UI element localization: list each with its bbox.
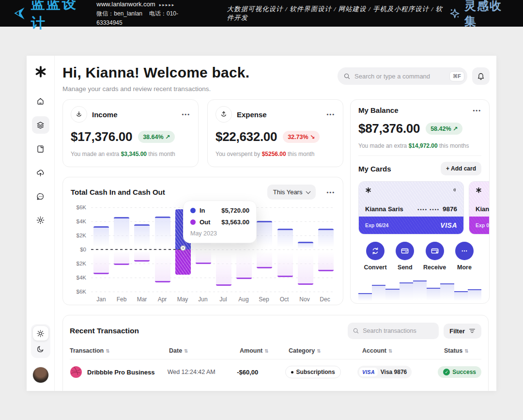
receive-icon [430, 246, 440, 256]
dashboard: Hi, Kianna! Welcome back. Manage your ca… [27, 56, 496, 391]
mini-bar-26[interactable] [454, 291, 468, 302]
column-header-category[interactable]: Category⇅ [289, 347, 362, 354]
mini-bar-22[interactable] [400, 282, 413, 302]
bar-in-Sep[interactable] [257, 221, 272, 249]
bar-out-Feb[interactable] [114, 249, 129, 265]
sidebar-item-cloud-upload[interactable] [32, 164, 49, 181]
banner-wechat: 微信：ben_lanlan [96, 10, 142, 17]
sidebar-item-settings[interactable] [32, 211, 49, 229]
theme-light-button[interactable] [33, 326, 48, 341]
more-button[interactable]: More [450, 242, 478, 271]
y-tick: $6K [77, 289, 86, 295]
bar-in-Jan[interactable] [93, 226, 109, 249]
bar-in-Oct[interactable] [277, 229, 293, 250]
bell-icon [477, 72, 485, 80]
theme-toggle [31, 324, 50, 358]
credit-card[interactable]: Kianna Saris •••• •••• 9876 Exp 06/24 VI… [358, 181, 464, 234]
bar-out-Jan[interactable] [93, 249, 109, 274]
column-header-amount[interactable]: Amount⇅ [240, 347, 289, 354]
mini-bar-23[interactable] [413, 280, 427, 302]
sparkle-icon [449, 7, 461, 20]
income-icon [71, 106, 87, 123]
promo-banner: 蓝蓝设计 www.lanlanwork.com▸▸▸▸▸ 微信：ben_lanl… [0, 0, 523, 27]
income-card: Income ••• $17,376.00 38.64% ↗ You made … [62, 99, 199, 167]
column-header-account[interactable]: Account⇅ [362, 347, 444, 354]
expense-menu-button[interactable]: ••• [326, 111, 335, 117]
expense-card: Expense ••• $22,632.00 32.73% ↘ You over… [207, 99, 343, 167]
cards-carousel[interactable]: Kianna Saris •••• •••• 9876 Exp 06/24 VI… [358, 181, 489, 234]
balance-card: My Balance ••• $87,376.00 58.42% ↗ You m… [350, 99, 490, 304]
y-tick: $6K [77, 204, 86, 210]
bar-out-Dec[interactable] [318, 249, 334, 271]
settings-icon [36, 216, 45, 225]
account-badge: VISAVisa 9876 [357, 366, 412, 378]
transaction-row[interactable]: Dribbble Pro BusinessWed 12:24:42 AM-$60… [70, 359, 481, 385]
card-holder: Kianna [476, 205, 489, 213]
balance-note: You made an extra $14,972.00 this months [358, 142, 481, 149]
receive-button[interactable]: Receive [421, 242, 449, 271]
income-menu-button[interactable]: ••• [182, 111, 190, 117]
mini-bar-24[interactable] [427, 288, 440, 302]
user-avatar[interactable] [32, 367, 49, 383]
theme-dark-button[interactable] [33, 342, 48, 356]
expense-note: You overspent by $5256.00 this month [215, 151, 335, 157]
mini-bar-25[interactable] [440, 283, 454, 302]
bar-out-Nov[interactable] [298, 249, 313, 285]
banner-logo: 蓝蓝设计 [12, 0, 89, 33]
x-tick: Apr [152, 296, 172, 303]
sidebar-item-home[interactable] [32, 93, 49, 110]
balance-menu-button[interactable]: ••• [473, 108, 481, 113]
page-subtitle: Manage your cards and review recent tran… [62, 85, 249, 93]
sidebar-item-messages[interactable] [32, 187, 49, 205]
period-selector[interactable]: This Years [267, 185, 316, 200]
documents-icon [36, 144, 45, 154]
bar-out-May[interactable] [175, 249, 191, 275]
mini-bar-27[interactable] [468, 289, 481, 302]
bar-out-Oct[interactable] [277, 249, 293, 277]
bar-out-Jul[interactable] [216, 249, 231, 286]
bar-out-Mar[interactable] [134, 249, 150, 262]
mini-bar-21[interactable] [385, 289, 399, 302]
bar-out-Aug[interactable] [236, 249, 252, 279]
bar-in-Dec[interactable] [318, 229, 334, 250]
column-header-date[interactable]: Date⇅ [169, 347, 240, 354]
income-label: Income [92, 110, 118, 119]
bar-in-Apr[interactable] [155, 217, 170, 249]
bar-out-Apr[interactable] [155, 249, 170, 282]
convert-button[interactable]: Convert [361, 242, 389, 271]
recent-transactions-card: Recent Transaction Filter [62, 315, 489, 391]
bar-in-Feb[interactable] [114, 217, 129, 249]
column-header-transaction[interactable]: Transaction⇅ [70, 347, 169, 354]
mini-bar-19[interactable] [358, 293, 372, 302]
card-brand-icon [476, 187, 482, 193]
chart-x-axis: JanFebMarAprMayJunJulAugSepOctNovDec [91, 296, 335, 303]
bar-in-Mar[interactable] [134, 224, 150, 249]
search-shortcut-badge: ⌘F [449, 71, 464, 81]
chart-menu-button[interactable]: ••• [326, 189, 335, 195]
credit-card-next[interactable]: Kianna Exp 06/2 [469, 181, 489, 234]
mini-bar-20[interactable] [372, 285, 385, 302]
global-search[interactable]: ⌘F [338, 67, 467, 85]
transactions-search[interactable] [348, 323, 439, 339]
bar-out-Sep[interactable] [257, 249, 272, 268]
bar-in-Nov[interactable] [298, 242, 313, 249]
transactions-search-input[interactable] [363, 327, 434, 334]
sidebar-item-layers[interactable] [32, 116, 49, 134]
filter-icon [469, 328, 476, 334]
column-header-status[interactable]: Status⇅ [444, 347, 481, 354]
bar-out-Jun[interactable] [196, 249, 211, 264]
sidebar [27, 56, 55, 391]
visa-logo: VISA [440, 221, 457, 229]
status-badge: ✓Success [438, 366, 481, 378]
filter-button[interactable]: Filter [444, 324, 481, 339]
notifications-button[interactable] [472, 67, 490, 85]
sidebar-item-documents[interactable] [32, 140, 49, 157]
send-button[interactable]: Send [391, 242, 419, 271]
banner-website: www.lanlanwork.com [96, 0, 155, 8]
y-tick: $2K [77, 261, 86, 266]
chart-plot: In$5,720.00 Out$3,563.00 May 2023 [91, 207, 335, 292]
add-card-button[interactable]: + Add card [441, 162, 481, 175]
x-tick: Oct [274, 296, 294, 303]
convert-icon [370, 246, 380, 256]
global-search-input[interactable] [354, 73, 446, 80]
